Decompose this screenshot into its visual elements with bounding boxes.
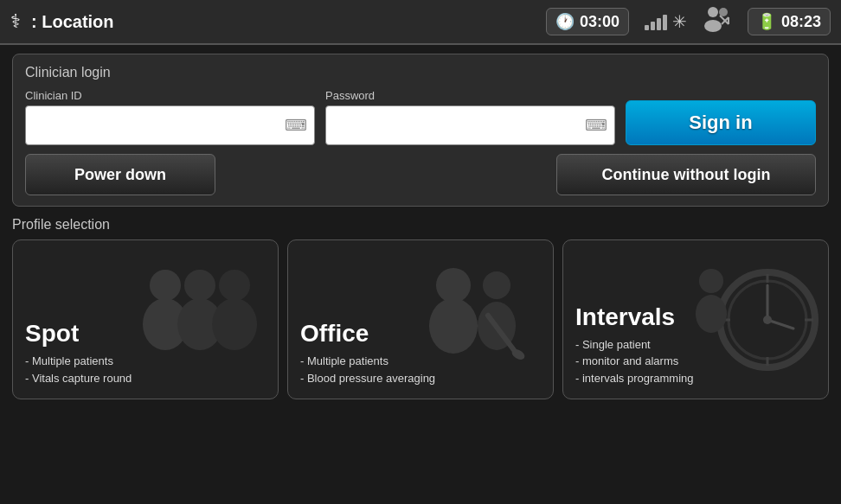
svg-point-1 [704,20,722,32]
keyboard-icon: ⌨ [285,116,307,135]
spot-title: Spot [25,320,266,348]
clock-icon: 🕐 [555,12,575,31]
intervals-desc: - Single patient- monitor and alarms- in… [575,336,816,387]
login-row: Clinician ID ⌨ Password ⌨ Sign in [25,89,816,145]
office-title: Office [300,320,541,348]
timer-text: 03:00 [580,13,620,31]
battery-widget: 🔋 08:23 [748,8,831,35]
login-section: Clinician login Clinician ID ⌨ Password … [12,54,829,207]
spinner-icon: ✳ [672,11,687,32]
power-down-button[interactable]: Power down [25,154,215,195]
password-group: Password ⌨ [325,89,615,145]
office-content: Office - Multiple patients- Blood pressu… [300,252,541,386]
clinician-id-label: Clinician ID [25,89,315,102]
main-content: Clinician login Clinician ID ⌨ Password … [0,45,841,408]
timer-widget: 🕐 03:00 [546,8,629,35]
logo: ⚕ : Location [10,10,114,33]
sign-in-button[interactable]: Sign in [626,100,816,145]
continue-without-login-button[interactable]: Continue without login [556,154,816,195]
office-card[interactable]: Office - Multiple patients- Blood pressu… [287,239,554,399]
intervals-title: Intervals [575,303,816,331]
system-clock: 08:23 [781,13,821,31]
battery-icon: 🔋 [757,12,776,31]
profile-title: Profile selection [12,217,829,233]
signal-bars-icon [645,13,667,30]
intervals-content: Intervals - Single patient- monitor and … [575,252,816,386]
keyboard-icon-2: ⌨ [585,116,607,135]
header-right: 🕐 03:00 ✳ 🔋 08:23 [546,5,831,38]
action-row: Power down Continue without login [25,154,816,195]
svg-point-0 [708,7,718,17]
svg-point-2 [719,8,728,16]
signal-group: ✳ [645,11,687,32]
svg-line-3 [720,16,729,24]
clinician-id-group: Clinician ID ⌨ [25,89,315,145]
intervals-card[interactable]: Intervals - Single patient- monitor and … [562,239,829,399]
caduceus-icon: ⚕ [10,10,21,33]
login-title: Clinician login [25,65,816,80]
header: ⚕ : Location 🕐 03:00 ✳ 🔋 08:2 [0,0,841,45]
password-label: Password [325,89,615,102]
spot-desc: - Multiple patients- Vitals capture roun… [25,353,266,386]
profile-cards: Spot - Multiple patients- Vitals capture… [12,239,829,399]
patient-icon [703,5,732,38]
profile-section: Profile selection Spot [12,217,829,399]
spot-content: Spot - Multiple patients- Vitals capture… [25,252,266,386]
spot-card[interactable]: Spot - Multiple patients- Vitals capture… [12,239,279,399]
header-title: : Location [31,12,114,32]
clinician-id-input[interactable]: ⌨ [25,105,315,145]
password-input[interactable]: ⌨ [325,105,615,145]
office-desc: - Multiple patients- Blood pressure aver… [300,353,541,386]
